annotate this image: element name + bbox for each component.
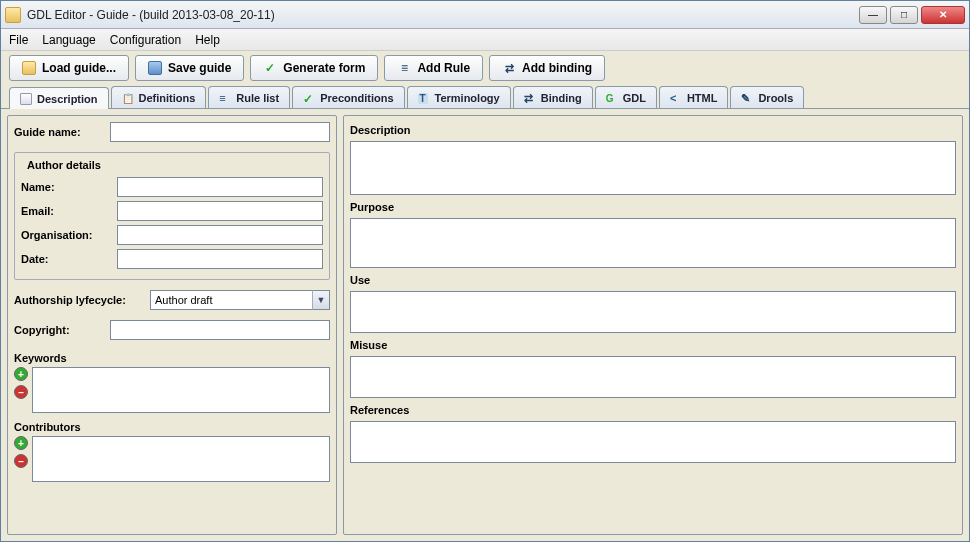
doc-icon [20,93,32,105]
titlebar: GDL Editor - Guide - (build 2013-03-08_2… [1,1,969,29]
app-window: GDL Editor - Guide - (build 2013-03-08_2… [0,0,970,542]
add-rule-label: Add Rule [417,61,470,75]
use-label: Use [350,274,956,286]
contributors-add-button[interactable]: + [14,436,28,450]
generate-form-button[interactable]: Generate form [250,55,378,81]
purpose-label: Purpose [350,201,956,213]
tab-html[interactable]: HTML [659,86,729,108]
copyright-label: Copyright: [14,324,104,336]
add-binding-button[interactable]: Add binding [489,55,605,81]
tab-gdl[interactable]: GDL [595,86,657,108]
menu-language[interactable]: Language [42,33,95,47]
tab-html-label: HTML [687,92,718,104]
tab-preconditions-label: Preconditions [320,92,393,104]
left-panel: Guide name: Author details Name: Email: … [7,115,337,535]
tab-binding-label: Binding [541,92,582,104]
name-input[interactable] [117,177,323,197]
tab-gdl-label: GDL [623,92,646,104]
lifecycle-select-wrap[interactable]: ▼ [150,290,330,310]
content: Guide name: Author details Name: Email: … [1,109,969,541]
description-label: Description [350,124,956,136]
contributors-list[interactable] [32,436,330,482]
menubar: File Language Configuration Help [1,29,969,51]
date-input[interactable] [117,249,323,269]
references-label: References [350,404,956,416]
tab-description-label: Description [37,93,98,105]
tab-rulelist[interactable]: Rule list [208,86,290,108]
terminology-icon [418,92,430,104]
binding-icon [524,92,536,104]
email-input[interactable] [117,201,323,221]
copyright-row: Copyright: [14,320,330,340]
rulelist-icon [219,92,231,104]
menu-configuration[interactable]: Configuration [110,33,181,47]
folder-icon [22,61,36,75]
tab-terminology[interactable]: Terminology [407,86,511,108]
generate-form-label: Generate form [283,61,365,75]
menu-file[interactable]: File [9,33,28,47]
contributors-section: Contributors + – [14,419,330,482]
keywords-label: Keywords [14,352,330,364]
author-details-legend: Author details [23,159,105,171]
tab-drools[interactable]: Drools [730,86,804,108]
keywords-section: Keywords + – [14,350,330,413]
load-guide-label: Load guide... [42,61,116,75]
add-rule-button[interactable]: Add Rule [384,55,483,81]
email-label: Email: [21,205,111,217]
menu-help[interactable]: Help [195,33,220,47]
rule-icon [397,61,411,75]
tab-binding[interactable]: Binding [513,86,593,108]
date-label: Date: [21,253,111,265]
app-icon [5,7,21,23]
lifecycle-select[interactable] [150,290,330,310]
disk-icon [148,61,162,75]
right-panel: Description Purpose Use Misuse Reference… [343,115,963,535]
name-label: Name: [21,181,111,193]
window-controls: — □ ✕ [859,6,965,24]
save-guide-button[interactable]: Save guide [135,55,244,81]
maximize-button[interactable]: □ [890,6,918,24]
link-icon [502,61,516,75]
add-binding-label: Add binding [522,61,592,75]
load-guide-button[interactable]: Load guide... [9,55,129,81]
use-textarea[interactable] [350,291,956,333]
drools-icon [741,92,753,104]
tab-terminology-label: Terminology [435,92,500,104]
org-input[interactable] [117,225,323,245]
tab-preconditions[interactable]: Preconditions [292,86,404,108]
guide-name-input[interactable] [110,122,330,142]
keywords-remove-button[interactable]: – [14,385,28,399]
gdl-icon [606,92,618,104]
close-button[interactable]: ✕ [921,6,965,24]
tab-definitions[interactable]: Definitions [111,86,207,108]
tab-rulelist-label: Rule list [236,92,279,104]
org-label: Organisation: [21,229,111,241]
guide-name-row: Guide name: [14,122,330,142]
author-details-fieldset: Author details Name: Email: Organisation… [14,152,330,280]
contributors-label: Contributors [14,421,330,433]
lifecycle-row: Authorship lyfecycle: ▼ [14,290,330,310]
references-textarea[interactable] [350,421,956,463]
lifecycle-label: Authorship lyfecycle: [14,294,144,306]
definitions-icon [122,92,134,104]
tab-drools-label: Drools [758,92,793,104]
minimize-button[interactable]: — [859,6,887,24]
check-icon [263,61,277,75]
purpose-textarea[interactable] [350,218,956,268]
window-title: GDL Editor - Guide - (build 2013-03-08_2… [27,8,859,22]
save-guide-label: Save guide [168,61,231,75]
misuse-label: Misuse [350,339,956,351]
description-textarea[interactable] [350,141,956,195]
misuse-textarea[interactable] [350,356,956,398]
toolbar: Load guide... Save guide Generate form A… [1,51,969,85]
html-icon [670,92,682,104]
tab-definitions-label: Definitions [139,92,196,104]
keywords-add-button[interactable]: + [14,367,28,381]
guide-name-label: Guide name: [14,126,104,138]
copyright-input[interactable] [110,320,330,340]
tab-description[interactable]: Description [9,87,109,109]
chevron-down-icon[interactable]: ▼ [312,290,330,310]
contributors-remove-button[interactable]: – [14,454,28,468]
precond-icon [303,92,315,104]
keywords-list[interactable] [32,367,330,413]
